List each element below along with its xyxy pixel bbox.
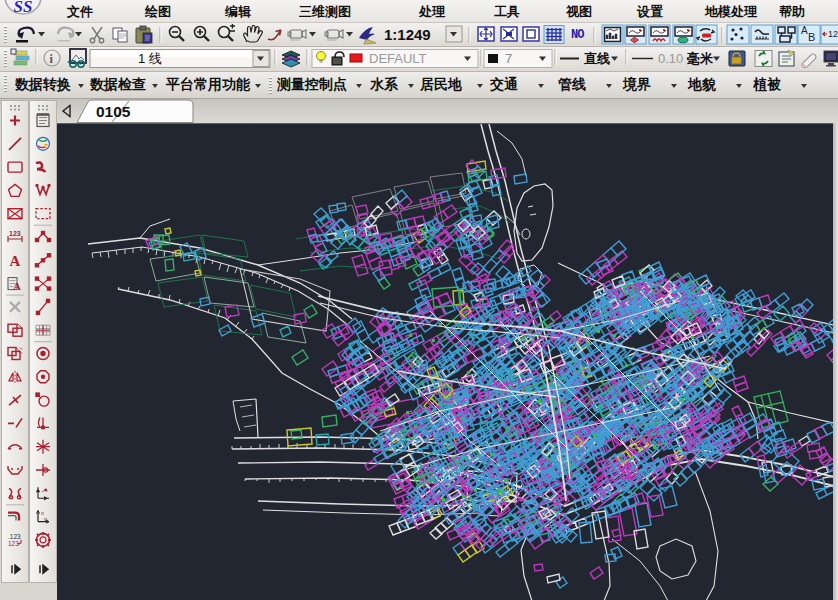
svg-text:SS: SS [14,0,33,16]
svg-text:123: 123 [9,230,21,237]
svg-text:A: A [10,253,21,269]
svg-text:123: 123 [8,540,19,547]
svg-text:7: 7 [505,51,512,66]
svg-text:毫米: 毫米 [687,51,714,66]
svg-text:0105: 0105 [96,103,131,120]
svg-text:123: 123 [828,29,838,39]
svg-text:B: B [808,31,815,43]
svg-text:.123: .123 [8,533,21,540]
svg-text:A: A [13,280,21,292]
svg-text:T: T [44,143,49,150]
svg-text:直线: 直线 [583,51,610,66]
svg-text:DEFAULT: DEFAULT [369,51,427,66]
svg-text:0.10: 0.10 [658,51,683,66]
svg-text:1:1249: 1:1249 [384,26,431,43]
svg-text:NO: NO [571,28,584,42]
svg-text:i: i [50,52,54,66]
svg-text:A: A [801,25,808,36]
svg-text:1 线: 1 线 [138,51,162,66]
